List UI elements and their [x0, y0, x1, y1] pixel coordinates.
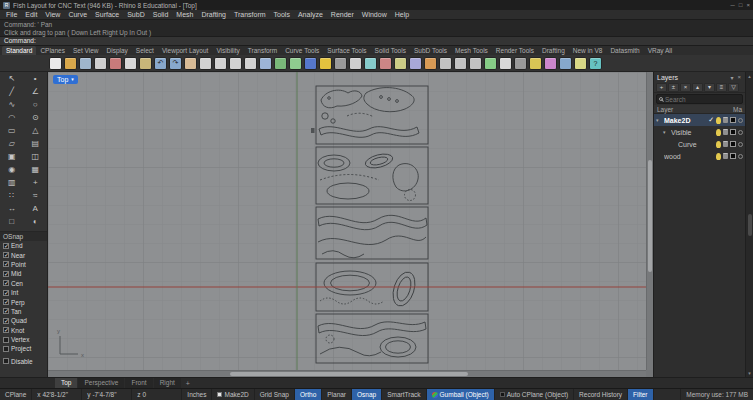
status-item[interactable]: Grid Snap — [255, 389, 295, 400]
layer-name[interactable]: wood — [664, 153, 714, 160]
toolbar-tab[interactable]: Curve Tools — [281, 46, 323, 55]
menu-item[interactable]: Drafting — [197, 10, 230, 20]
new-viewport-tab-button[interactable]: + — [182, 380, 194, 387]
status-item[interactable]: x 42'8-1/2" — [32, 389, 82, 400]
cut-icon[interactable] — [109, 57, 122, 70]
search-input[interactable] — [665, 96, 740, 103]
paste-icon[interactable] — [139, 57, 152, 70]
scroll-down-icon[interactable]: ▾ — [748, 370, 751, 376]
delete-layer-icon[interactable]: × — [680, 83, 691, 92]
osnap-checkbox-row[interactable]: End — [0, 241, 47, 250]
checkbox-icon[interactable] — [3, 290, 9, 296]
layer-material-icon[interactable] — [738, 154, 743, 159]
offset-icon[interactable] — [469, 57, 482, 70]
join-icon[interactable] — [409, 57, 422, 70]
checkbox-icon[interactable] — [3, 346, 9, 352]
osnap-disable-row[interactable]: Disable — [0, 357, 47, 366]
command-prompt[interactable]: Command: — [0, 37, 753, 46]
toolbar-tab[interactable]: New in V8 — [569, 46, 607, 55]
toolbar-tab[interactable]: Transform — [244, 46, 281, 55]
pan-icon[interactable] — [184, 57, 197, 70]
toolbar-tab[interactable]: Select — [132, 46, 158, 55]
osnap-checkbox-row[interactable]: Cen — [0, 279, 47, 288]
osnap-checkbox-row[interactable]: Knot — [0, 326, 47, 335]
toolbar-tab[interactable]: SubD Tools — [410, 46, 451, 55]
toolbar-tab[interactable]: Visibility — [212, 46, 243, 55]
lock-icon[interactable] — [529, 57, 542, 70]
menu-item[interactable]: Edit — [21, 10, 41, 20]
grid-icon[interactable] — [334, 57, 347, 70]
viewport-canvas[interactable]: x y — [48, 72, 646, 370]
surface-tool[interactable]: ▱ — [0, 137, 24, 150]
zoom-window-icon[interactable] — [214, 57, 227, 70]
expand-arrow-icon[interactable]: ▾ — [656, 117, 662, 123]
osnap-checkbox-row[interactable]: Near — [0, 250, 47, 259]
layer-row[interactable]: Curve ✓ — [654, 138, 745, 150]
group-icon[interactable] — [499, 57, 512, 70]
toolbar-tab[interactable]: Solid Tools — [371, 46, 410, 55]
osnap-checkbox-row[interactable]: Vertex — [0, 335, 47, 344]
circle-tool[interactable]: ○ — [24, 98, 48, 111]
layer-visibility-bulb-icon[interactable] — [716, 117, 721, 124]
notes-icon[interactable] — [574, 57, 587, 70]
layer-menu-icon[interactable]: ≡ — [716, 83, 727, 92]
array-tool[interactable]: ∷ — [0, 189, 24, 202]
new-file-icon[interactable] — [49, 57, 62, 70]
move-layer-up-icon[interactable]: ▴ — [692, 83, 703, 92]
split-icon[interactable] — [454, 57, 467, 70]
polyline-tool[interactable]: ∠ — [24, 85, 48, 98]
menu-item[interactable]: Help — [391, 10, 413, 20]
toolbar-tab[interactable]: Surface Tools — [323, 46, 370, 55]
status-item[interactable]: Gumball (Object) — [427, 389, 495, 400]
close-button[interactable]: × — [746, 2, 750, 8]
copy-icon[interactable] — [124, 57, 137, 70]
properties-icon[interactable] — [559, 57, 572, 70]
osnap-checkbox-row[interactable]: Perp — [0, 297, 47, 306]
layer-color-swatch[interactable] — [730, 153, 736, 159]
rotate-icon[interactable] — [364, 57, 377, 70]
osnap-checkbox-row[interactable]: Tan — [0, 307, 47, 316]
toolbar-tab[interactable]: Datasmith — [606, 46, 643, 55]
block-tool[interactable]: □ — [0, 215, 24, 228]
checkbox-icon[interactable] — [3, 327, 9, 333]
menu-item[interactable]: View — [41, 10, 64, 20]
zoom-selected-icon[interactable] — [244, 57, 257, 70]
open-file-icon[interactable] — [64, 57, 77, 70]
analyze-tool[interactable]: ≈ — [24, 189, 48, 202]
menu-item[interactable]: Solid — [149, 10, 173, 20]
viewport[interactable]: x y Top ▾ — [48, 72, 653, 377]
layer-name[interactable]: Make2D — [664, 117, 706, 124]
status-item[interactable]: Make2D — [212, 389, 254, 400]
osnap-checkbox-row[interactable]: Point — [0, 260, 47, 269]
move-icon[interactable] — [349, 57, 362, 70]
dimension-tool[interactable]: ↔ — [0, 202, 24, 215]
osnap-checkbox-row[interactable]: Int — [0, 288, 47, 297]
layer-name[interactable]: Curve — [678, 141, 714, 148]
layer-color-swatch[interactable] — [730, 129, 736, 135]
toolbar-tab[interactable]: Set View — [69, 46, 103, 55]
osnap-checkbox-row[interactable]: Mid — [0, 269, 47, 278]
status-item[interactable]: Record History — [574, 389, 628, 400]
maximize-button[interactable]: □ — [739, 2, 743, 8]
surface-tools-icon[interactable]: ▤ — [24, 137, 48, 150]
osnap-checkbox-row[interactable]: Quad — [0, 316, 47, 325]
status-item[interactable]: Filter — [628, 389, 653, 400]
menu-item[interactable]: Analyze — [294, 10, 327, 20]
mesh-tool[interactable]: ▦ — [24, 163, 48, 176]
layer-lock-icon[interactable] — [723, 153, 728, 159]
toolbar-tab[interactable]: Drafting — [538, 46, 569, 55]
move-layer-down-icon[interactable]: ▾ — [704, 83, 715, 92]
toolbar-tab[interactable]: Display — [103, 46, 132, 55]
checkbox-icon[interactable] — [3, 299, 9, 305]
new-layer-icon[interactable]: + — [656, 83, 667, 92]
viewport-tab[interactable]: Right — [154, 378, 181, 388]
layer-material-icon[interactable] — [738, 130, 743, 135]
menu-item[interactable]: Surface — [91, 10, 123, 20]
layer-lock-icon[interactable] — [723, 129, 728, 135]
layer-name[interactable]: Visible — [671, 129, 714, 136]
render-icon[interactable] — [304, 57, 317, 70]
transform-tool[interactable]: + — [24, 176, 48, 189]
mirror-icon[interactable] — [394, 57, 407, 70]
help-icon[interactable]: ? — [589, 57, 602, 70]
layer-lock-icon[interactable] — [723, 117, 728, 123]
